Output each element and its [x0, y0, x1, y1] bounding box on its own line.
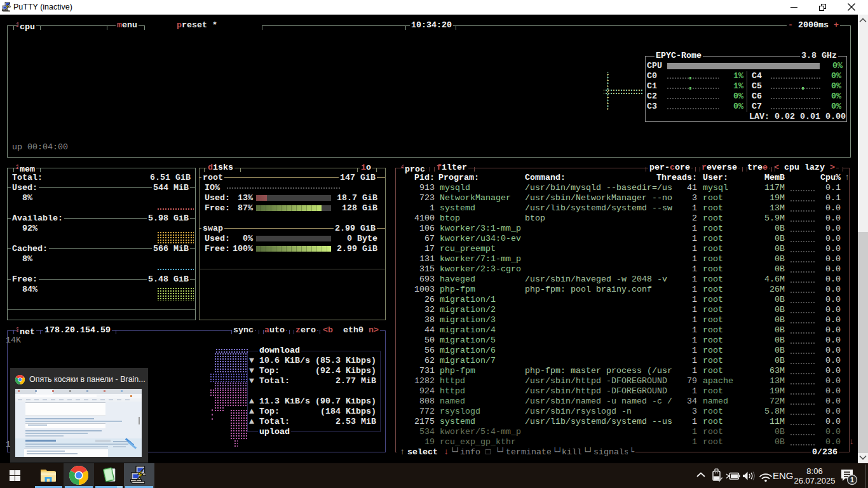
- svg-text:1: 1: [850, 476, 854, 484]
